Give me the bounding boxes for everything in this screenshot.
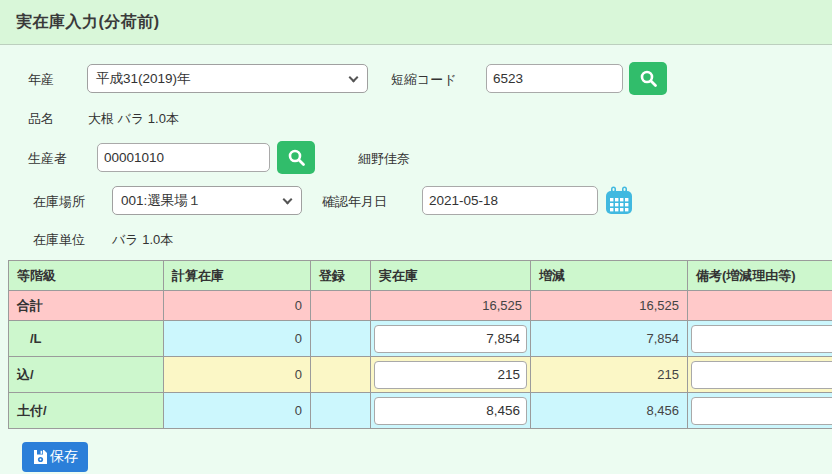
jitsu-zaiko-value: 16,525 — [371, 291, 531, 321]
zaiko-tani-value: バラ 1.0本 — [112, 231, 173, 249]
page-title: 実在庫入力(分荷前) — [0, 12, 160, 33]
keisan-zaiko-value: 0 — [164, 291, 311, 321]
toroku-cell — [311, 291, 371, 321]
zaiko-tani-label: 在庫単位 — [33, 231, 85, 249]
row-label: 土付/ — [9, 393, 164, 429]
table-header-row: 等階級 計算在庫 登録 実在庫 増減 備考(増減理由等) — [9, 261, 832, 291]
zaiko-basho-label: 在庫場所 — [33, 193, 85, 211]
seisansha-name: 細野佳奈 — [358, 150, 410, 168]
table-row: 土付/ 0 8,456 — [9, 393, 832, 429]
biko-cell — [688, 357, 832, 393]
row-label: /L — [9, 321, 164, 357]
col-header-jitsu-zaiko: 実在庫 — [371, 261, 531, 291]
jitsu-zaiko-input[interactable] — [374, 325, 527, 353]
nensan-select-value: 平成31(2019)年 — [96, 70, 191, 88]
tanshuku-code-label: 短縮コード — [391, 71, 457, 89]
save-button[interactable]: 保存 — [22, 442, 88, 472]
seisansha-code-input[interactable] — [97, 143, 270, 172]
table-row-total: 合計 0 16,525 16,525 — [9, 291, 832, 321]
tanshuku-code-input[interactable] — [486, 64, 623, 93]
jitsu-zaiko-cell — [371, 321, 531, 357]
jitsu-zaiko-cell — [371, 393, 531, 429]
keisan-zaiko-value: 0 — [164, 321, 311, 357]
biko-input[interactable] — [691, 397, 832, 425]
zaiko-basho-select[interactable]: 001:選果場１ — [112, 186, 302, 215]
jitsu-zaiko-input[interactable] — [374, 361, 527, 389]
jitsu-zaiko-input[interactable] — [374, 397, 527, 425]
hinmei-label: 品名 — [28, 110, 54, 128]
tanshuku-search-button[interactable] — [629, 62, 667, 95]
keisan-zaiko-value: 0 — [164, 393, 311, 429]
chevron-down-icon — [283, 194, 293, 204]
biko-cell — [688, 321, 832, 357]
col-header-biko: 備考(増減理由等) — [688, 261, 832, 291]
col-header-toroku: 登録 — [311, 261, 371, 291]
calendar-picker-button[interactable] — [603, 185, 635, 217]
jitsu-zaiko-cell — [371, 357, 531, 393]
biko-cell — [688, 291, 832, 321]
search-icon — [287, 148, 306, 167]
row-label: 合計 — [9, 291, 164, 321]
biko-cell — [688, 393, 832, 429]
title-bar: 実在庫入力(分荷前) — [0, 0, 832, 45]
chevron-down-icon — [349, 72, 359, 82]
toroku-cell — [311, 321, 371, 357]
seisansha-label: 生産者 — [28, 150, 67, 168]
toroku-cell — [311, 393, 371, 429]
zogen-value: 16,525 — [531, 291, 688, 321]
hinmei-value: 大根 バラ 1.0本 — [88, 110, 179, 128]
zogen-value: 8,456 — [531, 393, 688, 429]
calendar-icon — [603, 185, 635, 217]
col-header-tokaikyu: 等階級 — [9, 261, 164, 291]
kakunin-date-input[interactable] — [422, 186, 598, 215]
inventory-table-wrap: 等階級 計算在庫 登録 実在庫 増減 備考(増減理由等) 合計 0 16,525… — [8, 260, 832, 429]
search-icon — [639, 69, 658, 88]
inventory-entry-page: 実在庫入力(分荷前) 年産 平成31(2019)年 短縮コード 品名 大根 バラ… — [0, 0, 832, 474]
nensan-select[interactable]: 平成31(2019)年 — [87, 64, 368, 93]
nensan-label: 年産 — [28, 71, 54, 89]
col-header-keisan-zaiko: 計算在庫 — [164, 261, 311, 291]
seisansha-search-button[interactable] — [277, 141, 315, 174]
table-row: 込/ 0 215 — [9, 357, 832, 393]
zogen-value: 7,854 — [531, 321, 688, 357]
table-row: /L 0 7,854 — [9, 321, 832, 357]
save-floppy-icon — [32, 449, 48, 465]
biko-input[interactable] — [691, 325, 832, 353]
keisan-zaiko-value: 0 — [164, 357, 311, 393]
toroku-cell — [311, 357, 371, 393]
zaiko-basho-select-value: 001:選果場１ — [121, 192, 201, 210]
inventory-table: 等階級 計算在庫 登録 実在庫 増減 備考(増減理由等) 合計 0 16,525… — [8, 260, 832, 429]
biko-input[interactable] — [691, 361, 832, 389]
row-label: 込/ — [9, 357, 164, 393]
save-button-label: 保存 — [50, 448, 78, 466]
zogen-value: 215 — [531, 357, 688, 393]
kakunin-date-label: 確認年月日 — [322, 193, 387, 211]
col-header-zogen: 増減 — [531, 261, 688, 291]
